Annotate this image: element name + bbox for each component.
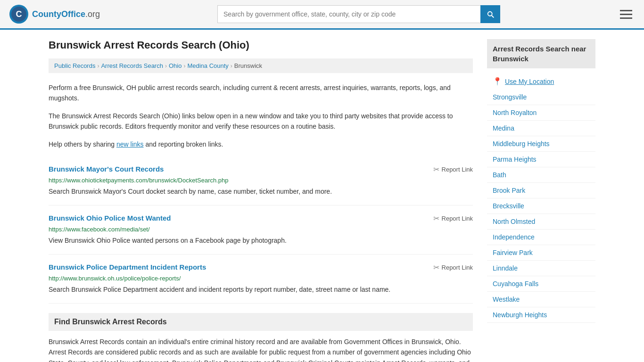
record-url-2: http://www.brunswick.oh.us/police/police… (49, 275, 473, 282)
sidebar-link-strongsville[interactable]: Strongsville (487, 90, 595, 105)
nearby-locations-list: StrongsvilleNorth RoyaltonMedinaMiddlebu… (487, 90, 595, 323)
sidebar-link-cuyahoga-falls[interactable]: Cuyahoga Falls (487, 276, 595, 291)
report-link-2[interactable]: ✂ Report Link (426, 263, 473, 272)
report-icon-1: ✂ (433, 214, 439, 223)
record-desc-1: View Brunswick Ohio Police wanted person… (49, 236, 473, 246)
sidebar-link-item: Linndale (487, 261, 595, 276)
breadcrumb-sep-1: › (97, 63, 99, 69)
content-area: Brunswick Arrest Records Search (Ohio) P… (49, 39, 473, 362)
use-location-link[interactable]: Use My Location (505, 78, 554, 85)
menu-line-1 (620, 10, 632, 11)
use-location-item[interactable]: 📍 Use My Location (487, 73, 595, 90)
sidebar-link-item: Parma Heights (487, 152, 595, 167)
menu-line-2 (620, 14, 632, 15)
sidebar-link-item: Medina (487, 121, 595, 136)
sidebar-link-newburgh-heights[interactable]: Newburgh Heights (487, 307, 595, 322)
breadcrumb-arrest-records-search[interactable]: Arrest Records Search (101, 62, 163, 69)
record-title-2[interactable]: Brunswick Police Department Incident Rep… (49, 263, 206, 271)
breadcrumb-public-records[interactable]: Public Records (54, 62, 95, 69)
sidebar-link-westlake[interactable]: Westlake (487, 292, 595, 307)
sidebar-link-item: North Royalton (487, 105, 595, 121)
breadcrumb-ohio[interactable]: Ohio (169, 62, 182, 69)
sidebar-link-item: North Olmsted (487, 214, 595, 230)
new-links-link[interactable]: new links (116, 140, 144, 148)
logo-suffix: .org (85, 9, 100, 19)
sidebar-link-middleburg-heights[interactable]: Middleburg Heights (487, 136, 595, 151)
record-item: Brunswick Police Department Incident Rep… (49, 255, 473, 304)
sidebar-link-independence[interactable]: Independence (487, 230, 595, 245)
description-p1: Perform a free Brunswick, OH public arre… (49, 82, 473, 104)
sidebar-link-north-olmsted[interactable]: North Olmsted (487, 214, 595, 229)
description-p3: Help others by sharing new links and rep… (49, 139, 473, 149)
sidebar-link-item: Westlake (487, 292, 595, 307)
breadcrumb-medina-county[interactable]: Medina County (187, 62, 228, 69)
record-title-1[interactable]: Brunswick Ohio Police Most Wanted (49, 214, 171, 222)
hamburger-menu-button[interactable] (618, 8, 635, 21)
report-label-0: Report Link (442, 166, 473, 173)
site-logo[interactable]: C CountyOffice.org (9, 5, 100, 24)
breadcrumb-sep-4: › (231, 63, 232, 69)
menu-line-3 (620, 17, 632, 19)
record-item: Brunswick Ohio Police Most Wanted ✂ Repo… (49, 206, 473, 255)
records-list: Brunswick Mayor's Court Records ✂ Report… (49, 156, 473, 304)
sidebar-link-brook-park[interactable]: Brook Park (487, 183, 595, 198)
record-header-2: Brunswick Police Department Incident Rep… (49, 263, 473, 273)
report-link-1[interactable]: ✂ Report Link (426, 214, 473, 223)
sidebar-link-item: Independence (487, 230, 595, 245)
sidebar-link-item: Bath (487, 167, 595, 183)
sidebar-link-fairview-park[interactable]: Fairview Park (487, 245, 595, 260)
record-url-0: https://www.ohioticketpayments.com/bruns… (49, 177, 473, 184)
sidebar-title: Arrest Records Search near Brunswick (487, 39, 595, 68)
site-header: C CountyOffice.org (0, 0, 644, 30)
sidebar-link-item: Strongsville (487, 90, 595, 105)
report-label-2: Report Link (442, 264, 473, 271)
record-desc-0: Search Brunswick Mayor's Court docket se… (49, 187, 473, 197)
report-icon-2: ✂ (433, 263, 439, 272)
sidebar-link-bath[interactable]: Bath (487, 167, 595, 182)
location-pin-icon: 📍 (493, 77, 502, 86)
search-bar (217, 5, 500, 23)
report-label-1: Report Link (442, 215, 473, 222)
logo-icon: C (9, 5, 28, 24)
search-icon (486, 10, 495, 18)
sidebar-link-item: Fairview Park (487, 245, 595, 261)
sidebar-link-linndale[interactable]: Linndale (487, 261, 595, 276)
record-item: Brunswick Mayor's Court Records ✂ Report… (49, 156, 473, 206)
sidebar-link-north-royalton[interactable]: North Royalton (487, 105, 595, 120)
record-url-1: https://www.facebook.com/media/set/ (49, 226, 473, 233)
main-container: Brunswick Arrest Records Search (Ohio) P… (39, 30, 605, 362)
description-p2: The Brunswick Arrest Records Search (Ohi… (49, 111, 473, 132)
sidebar-link-item: Middleburg Heights (487, 136, 595, 152)
svg-text:C: C (16, 9, 22, 19)
report-icon-0: ✂ (433, 165, 439, 174)
sidebar-link-parma-heights[interactable]: Parma Heights (487, 152, 595, 167)
record-desc-2: Search Brunswick Police Department accid… (49, 285, 473, 295)
breadcrumb-sep-2: › (165, 63, 167, 69)
report-link-0[interactable]: ✂ Report Link (426, 165, 473, 174)
description-p3-before: Help others by sharing (49, 140, 116, 148)
breadcrumb-brunswick: Brunswick (234, 62, 262, 69)
page-title: Brunswick Arrest Records Search (Ohio) (49, 39, 473, 51)
sidebar-link-item: Brecksville (487, 198, 595, 214)
find-section-title: Find Brunswick Arrest Records (49, 313, 473, 331)
find-section: Find Brunswick Arrest Records Brunswick … (49, 313, 473, 362)
breadcrumb: Public Records › Arrest Records Search ›… (49, 58, 473, 73)
description-p3-after: and reporting broken links. (144, 140, 223, 148)
record-header-0: Brunswick Mayor's Court Records ✂ Report… (49, 165, 473, 175)
find-section-description: Brunswick Arrest Records contain an indi… (49, 337, 473, 362)
record-title-0[interactable]: Brunswick Mayor's Court Records (49, 165, 164, 173)
sidebar-link-item: Cuyahoga Falls (487, 276, 595, 292)
sidebar-link-item: Brook Park (487, 183, 595, 198)
sidebar-link-brecksville[interactable]: Brecksville (487, 198, 595, 214)
search-button[interactable] (480, 5, 500, 23)
logo-text: CountyOffice (32, 9, 85, 19)
sidebar-link-item: Newburgh Heights (487, 307, 595, 323)
breadcrumb-sep-3: › (183, 63, 185, 69)
search-input[interactable] (217, 5, 480, 23)
sidebar-link-medina[interactable]: Medina (487, 121, 595, 136)
sidebar: Arrest Records Search near Brunswick 📍 U… (487, 39, 595, 362)
record-header-1: Brunswick Ohio Police Most Wanted ✂ Repo… (49, 214, 473, 224)
